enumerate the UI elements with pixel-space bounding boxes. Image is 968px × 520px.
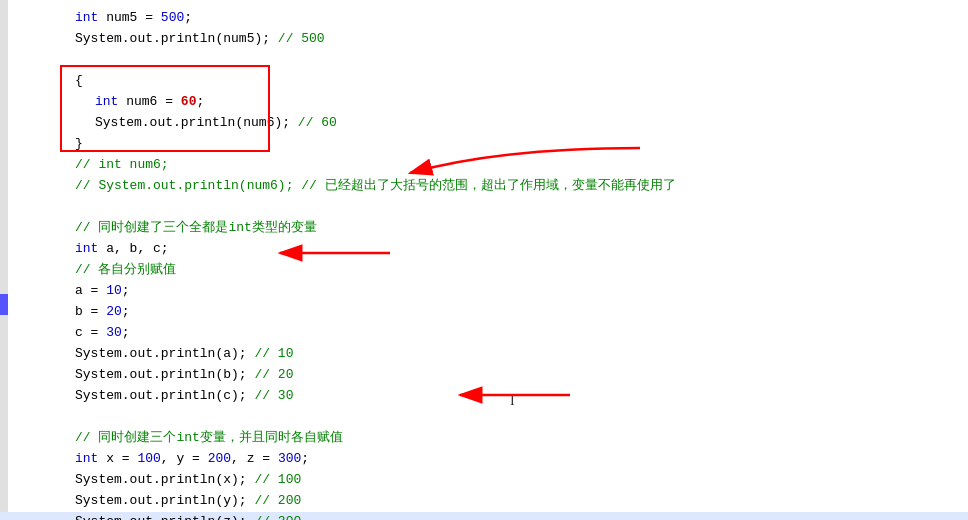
line-17: System.out.println(a); // 10: [0, 344, 968, 365]
line-11: // 同时创建了三个全都是int类型的变量: [0, 218, 968, 239]
line-2: System.out.println(num5); // 500: [0, 29, 968, 50]
line-18: System.out.println(b); // 20: [0, 365, 968, 386]
line-content-11: // 同时创建了三个全都是int类型的变量: [75, 218, 317, 239]
line-6: System.out.println(num6); // 60: [0, 113, 968, 134]
line-content-25: System.out.println(z); // 300: [75, 512, 301, 520]
line-19: System.out.println(c); // 30: [0, 386, 968, 407]
cursor-marker: I: [510, 390, 515, 412]
line-content-2: System.out.println(num5); // 500: [75, 29, 325, 50]
line-24: System.out.println(y); // 200: [0, 491, 968, 512]
line-13: // 各自分别赋值: [0, 260, 968, 281]
line-15: b = 20;: [0, 302, 968, 323]
line-content-9: // System.out.println(num6); // 已经超出了大括号…: [75, 176, 676, 197]
line-16: c = 30;: [0, 323, 968, 344]
line-14: a = 10;: [0, 281, 968, 302]
line-12: int a, b, c;: [0, 239, 968, 260]
code-editor: int num5 = 500;System.out.println(num5);…: [0, 0, 968, 520]
line-23: System.out.println(x); // 100: [0, 470, 968, 491]
line-content-12: int a, b, c;: [75, 239, 169, 260]
line-25: System.out.println(z); // 300: [0, 512, 968, 520]
line-8: // int num6;: [0, 155, 968, 176]
line-1: int num5 = 500;: [0, 8, 968, 29]
line-content-23: System.out.println(x); // 100: [75, 470, 301, 491]
line-content-18: System.out.println(b); // 20: [75, 365, 293, 386]
line-content-24: System.out.println(y); // 200: [75, 491, 301, 512]
line-content-8: // int num6;: [75, 155, 169, 176]
line-22: int x = 100, y = 200, z = 300;: [0, 449, 968, 470]
line-21: // 同时创建三个int变量，并且同时各自赋值: [0, 428, 968, 449]
line-20: [0, 407, 968, 428]
line-content-21: // 同时创建三个int变量，并且同时各自赋值: [75, 428, 343, 449]
line-10: [0, 197, 968, 218]
line-content-22: int x = 100, y = 200, z = 300;: [75, 449, 309, 470]
line-content-5: int num6 = 60;: [95, 92, 204, 113]
line-content-4: {: [75, 71, 83, 92]
line-9: // System.out.println(num6); // 已经超出了大括号…: [0, 176, 968, 197]
line-7: }: [0, 134, 968, 155]
line-content-15: b = 20;: [75, 302, 130, 323]
line-content-1: int num5 = 500;: [75, 8, 192, 29]
line-content-16: c = 30;: [75, 323, 130, 344]
line-5: int num6 = 60;: [0, 92, 968, 113]
line-4: {: [0, 71, 968, 92]
line-content-7: }: [75, 134, 83, 155]
code-lines: int num5 = 500;System.out.println(num5);…: [0, 8, 968, 520]
line-3: [0, 50, 968, 71]
line-content-13: // 各自分别赋值: [75, 260, 176, 281]
line-content-6: System.out.println(num6); // 60: [95, 113, 337, 134]
line-content-17: System.out.println(a); // 10: [75, 344, 293, 365]
line-content-19: System.out.println(c); // 30: [75, 386, 293, 407]
line-content-14: a = 10;: [75, 281, 130, 302]
